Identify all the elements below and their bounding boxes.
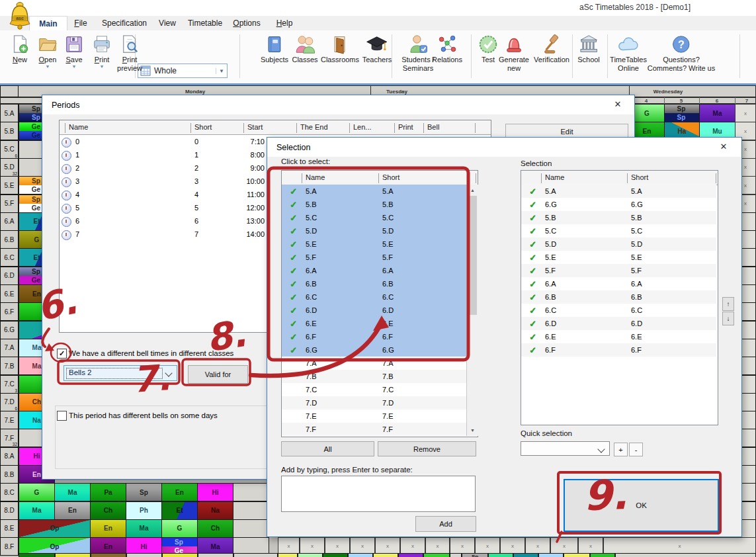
timetable-lesson-cell[interactable]: Sp xyxy=(126,483,162,501)
timetable-empty-cell[interactable] xyxy=(615,553,756,557)
move-down-button[interactable]: ↓ xyxy=(722,312,734,325)
timetable-empty-cell[interactable] xyxy=(564,553,590,557)
available-class-row-7c[interactable]: 7.C7.C xyxy=(282,383,466,396)
selected-class-row-6f[interactable]: ✓6.F6.F xyxy=(521,343,716,357)
periods-column-the-end[interactable]: The End xyxy=(300,123,328,131)
menu-item-main[interactable]: Main xyxy=(29,16,67,31)
timetable-empty-cell[interactable] xyxy=(590,553,615,557)
periods-column-print[interactable]: Print xyxy=(398,123,413,131)
toolbar-button-timetables-online[interactable]: TimeTablesOnline xyxy=(610,33,647,73)
menu-item-file[interactable]: File xyxy=(67,16,95,30)
timetable-empty-cell[interactable] xyxy=(198,553,233,557)
timetable-lesson-cell[interactable]: G xyxy=(161,519,198,538)
selected-class-row-6b[interactable]: ✓6.B6.B xyxy=(521,290,716,304)
timetable-lesson-cell[interactable]: Op xyxy=(19,519,91,538)
available-class-row-5c[interactable]: ✓5.C5.C xyxy=(282,211,466,224)
menu-item-timetable[interactable]: Timetable xyxy=(181,16,229,30)
chevron-down-icon[interactable]: ▼ xyxy=(216,68,227,74)
dropdown-arrow-icon[interactable]: ▼ xyxy=(91,64,112,69)
menu-item-help[interactable]: Help xyxy=(270,16,299,30)
toolbar-button-generate-new[interactable]: Generatenew xyxy=(499,33,529,73)
timetable-empty-cell[interactable] xyxy=(19,553,55,557)
toolbar-button-new[interactable]: New xyxy=(10,33,30,64)
toolbar-button-relations[interactable]: Relations xyxy=(432,33,462,64)
available-class-row-6e[interactable]: ✓6.E6.E xyxy=(282,317,466,330)
scroll-up-icon[interactable]: ▲ xyxy=(467,188,478,193)
timetable-lesson-cell[interactable]: Ma xyxy=(126,519,162,538)
selected-class-row-5a[interactable]: ✓5.A5.A xyxy=(521,185,716,198)
timetable-empty-cell[interactable] xyxy=(488,553,513,557)
timetable-lesson-cell[interactable]: En xyxy=(54,501,91,520)
timetable-empty-cell[interactable] xyxy=(233,501,269,520)
toolbar-button-print[interactable]: Print▼ xyxy=(91,33,112,69)
remove-button[interactable]: Remove xyxy=(378,441,476,456)
add-button[interactable]: Add xyxy=(415,516,476,532)
timetable-empty-cell[interactable] xyxy=(278,553,298,557)
periods-column-bell[interactable]: Bell xyxy=(427,123,439,131)
timetable-empty-cell[interactable] xyxy=(126,553,162,557)
scrollbar[interactable]: ▲▼ xyxy=(466,185,478,436)
toolbar-button-classes[interactable]: Classes xyxy=(292,33,317,64)
available-class-row-7f[interactable]: 7.F7.F xyxy=(282,423,466,436)
chevron-down-icon[interactable] xyxy=(597,445,605,452)
available-class-row-5b[interactable]: ✓5.B5.B xyxy=(282,198,466,211)
toolbar-button-students-seminars[interactable]: Students /Seminars xyxy=(401,33,435,73)
add-by-typing-input[interactable] xyxy=(281,476,476,512)
available-class-row-6c[interactable]: ✓6.C6.C xyxy=(282,290,466,304)
available-class-row-6a[interactable]: ✓6.A6.A xyxy=(282,264,466,277)
timetable-lesson-cell[interactable]: Ch xyxy=(197,519,233,538)
timetable-lesson-cell[interactable]: G xyxy=(19,483,55,501)
timetable-empty-cell[interactable] xyxy=(423,553,450,557)
menu-item-specification[interactable]: Specification xyxy=(94,16,155,30)
quick-selection-add-button[interactable]: + xyxy=(614,443,628,456)
menu-item-options[interactable]: Options xyxy=(228,16,266,30)
toolbar-button-save[interactable]: Save▼ xyxy=(64,33,84,69)
scroll-down-icon[interactable]: ▼ xyxy=(467,428,478,433)
timetable-lesson-cell[interactable]: Hi xyxy=(197,483,233,501)
available-class-row-7a[interactable]: 7.A7.A xyxy=(282,357,466,370)
timetable-lesson-cell[interactable]: Na xyxy=(197,501,233,520)
timetable-lesson-cell[interactable]: Ma xyxy=(19,501,55,520)
timetable-lesson-cell[interactable]: Ph xyxy=(126,501,162,520)
timetable-empty-cell[interactable] xyxy=(323,553,348,557)
timetable-empty-cell[interactable] xyxy=(538,553,564,557)
available-class-row-7d[interactable]: 7.D7.D xyxy=(282,396,466,409)
available-class-row-6f[interactable]: ✓6.F6.F xyxy=(282,330,466,343)
toolbar-button-teachers[interactable]: Teachers xyxy=(362,33,392,64)
toolbar-button-classrooms[interactable]: Classrooms xyxy=(321,33,359,64)
toolbar-button-test[interactable]: Test xyxy=(478,33,499,64)
selected-class-row-5e[interactable]: ✓5.E5.E xyxy=(521,251,716,264)
toolbar-button-print[interactable]: Printpreview xyxy=(117,33,142,73)
toolbar-button-school[interactable]: School xyxy=(577,33,600,64)
available-class-row-5d[interactable]: ✓5.D5.D xyxy=(282,224,466,237)
timetable-lesson-cell[interactable]: Et xyxy=(161,501,198,520)
timetable-lesson-cell[interactable]: Sp xyxy=(462,553,488,557)
timetable-empty-cell[interactable] xyxy=(348,553,373,557)
close-icon[interactable]: ✕ xyxy=(609,99,626,111)
timetable-empty-cell[interactable] xyxy=(55,553,91,557)
view-scope-combo[interactable]: Whole ▼ xyxy=(138,64,228,78)
timetable-lesson-cell[interactable]: Ch xyxy=(90,501,126,520)
selected-class-row-6g[interactable]: ✓6.G6.G xyxy=(521,198,716,211)
dropdown-arrow-icon[interactable]: ▼ xyxy=(37,64,58,69)
periods-column-name[interactable]: Name xyxy=(69,123,88,131)
periods-column-start[interactable]: Start xyxy=(247,123,263,131)
selected-classes-list[interactable]: NameShort✓5.A5.A✓6.G6.G✓5.B5.B✓5.C5.C✓5.… xyxy=(521,170,718,425)
available-class-row-7e[interactable]: 7.E7.E xyxy=(282,409,466,423)
valid-for-button[interactable]: Valid for xyxy=(188,365,248,384)
timetable-empty-cell[interactable] xyxy=(233,553,278,557)
all-button[interactable]: All xyxy=(281,441,374,456)
different-days-checkbox[interactable] xyxy=(57,411,67,421)
scrollbar-thumb[interactable] xyxy=(468,196,477,315)
timetable-lesson-cell[interactable]: SpSp xyxy=(664,104,700,122)
timetable-lesson-cell[interactable]: Pa xyxy=(90,483,126,501)
timetable-free-cell[interactable]: x xyxy=(735,104,756,122)
selected-class-row-5c[interactable]: ✓5.C5.C xyxy=(521,224,716,237)
selected-class-row-5b[interactable]: ✓5.B5.B xyxy=(521,211,716,224)
toolbar-button-verification[interactable]: Verification xyxy=(534,33,569,64)
available-class-row-6g[interactable]: ✓6.G6.G xyxy=(282,343,466,357)
menu-item-view[interactable]: View xyxy=(152,16,183,30)
selected-class-row-5d[interactable]: ✓5.D5.D xyxy=(521,237,716,251)
different-bells-checkbox[interactable]: ✓ xyxy=(57,349,67,359)
timetable-lesson-cell[interactable]: Ma xyxy=(54,483,91,501)
